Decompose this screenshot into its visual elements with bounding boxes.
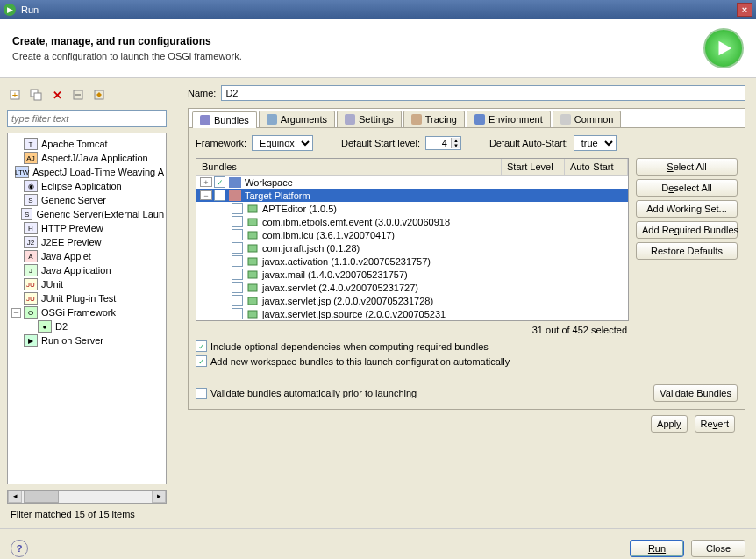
bundle-check[interactable] [232,269,243,280]
run-server-icon: ▶ [24,334,38,347]
col-auto-start[interactable]: Auto-Start [565,159,628,175]
tree-item-selected[interactable]: D2 [55,321,68,332]
plugin-icon [246,309,259,319]
tab-arguments[interactable]: Arguments [259,111,335,127]
tree-item[interactable]: HTTP Preview [41,223,103,233]
default-auto-select[interactable]: true [574,135,617,151]
tree-item[interactable]: Eclipse Application [41,181,122,191]
run-large-icon [703,28,744,68]
filter-input[interactable] [11,113,162,124]
check-add-new[interactable]: ✓ [196,355,207,367]
add-required-button[interactable]: Add Required Bundles [636,221,738,239]
default-start-spinner[interactable]: ▲▼ [425,136,461,150]
add-working-set-button[interactable]: Add Working Set... [636,200,738,218]
tree-item[interactable]: AspectJ Load-Time Weaving A [32,167,164,177]
tab-tracing[interactable]: Tracing [403,111,465,127]
config-tree[interactable]: TApache Tomcat AJAspectJ/Java Applicatio… [7,133,167,484]
label-validate: Validate bundles automatically prior to … [210,388,417,398]
label-include-optional: Include optional dependencies when compu… [210,341,489,352]
tree-item[interactable]: JUnit Plug-in Test [41,293,116,304]
default-start-input[interactable] [426,137,451,149]
bundle-row[interactable]: javax.activation (1.1.0.v200705231757) [262,256,431,267]
delete-config-button[interactable]: ✕ [49,87,65,103]
framework-select[interactable]: Equinox [252,135,313,151]
close-button[interactable]: Close [691,540,745,557]
expand-workspace[interactable]: + [200,177,212,187]
bundle-row[interactable]: APTEditor (1.0.5) [262,204,337,214]
tab-settings[interactable]: Settings [337,111,402,127]
run-button[interactable]: Run [630,540,684,557]
filter-button[interactable] [91,87,107,103]
bundles-table[interactable]: Bundles Start Level Auto-Start +✓Workspa… [196,158,629,321]
check-workspace[interactable]: ✓ [214,176,225,188]
tree-item[interactable]: OSGi Framework [41,307,116,318]
scroll-thumb[interactable] [24,491,59,503]
bundle-row[interactable]: javax.servlet.jsp (2.0.0.v200705231728) [262,296,433,306]
java-icon: J [24,264,38,276]
tree-item[interactable]: AspectJ/Java Application [41,153,148,163]
apply-button[interactable]: Apply [651,415,688,433]
tree-item[interactable]: Run on Server [41,335,103,346]
horizontal-scrollbar[interactable]: ◂ ▸ [7,490,167,504]
svg-rect-11 [248,205,257,212]
help-button[interactable]: ? [11,540,28,557]
new-config-button[interactable]: + [7,87,23,103]
duplicate-config-button[interactable] [28,87,44,103]
server-icon: S [24,194,38,206]
svg-rect-14 [248,245,257,252]
tracing-icon [411,114,422,125]
tree-item[interactable]: Java Applet [41,251,91,262]
bundle-row[interactable]: com.ibm.etools.emf.event (3.0.0.v2006091… [262,217,450,227]
http-icon: H [24,222,38,234]
bundle-check[interactable] [232,255,243,267]
bundle-check[interactable] [232,282,243,293]
default-auto-label: Default Auto-Start: [489,138,568,148]
bundle-check[interactable] [232,308,243,319]
col-bundles[interactable]: Bundles [196,159,502,175]
select-all-button[interactable]: Select All [636,158,738,176]
check-validate[interactable] [196,388,207,399]
svg-rect-12 [248,219,257,226]
expand-toggle[interactable]: − [11,308,21,318]
bundle-check[interactable] [232,216,243,227]
spinner-down[interactable]: ▼ [451,143,460,148]
selection-count: 31 out of 452 selected [196,321,629,339]
validate-bundles-button[interactable]: Validate Bundles [653,384,738,402]
tree-item[interactable]: Java Application [41,265,111,276]
bundle-row[interactable]: com.ibm.icu (3.6.1.v20070417) [262,230,395,240]
tab-environment[interactable]: Environment [467,111,551,127]
col-start-level[interactable]: Start Level [502,159,565,175]
plugin-icon [246,217,259,227]
restore-defaults-button[interactable]: Restore Defaults [636,242,738,260]
bundle-check[interactable] [232,203,243,214]
bundle-row[interactable]: javax.servlet (2.4.0.v200705231727) [262,283,418,293]
deselect-all-button[interactable]: Deselect All [636,179,738,197]
bundle-check[interactable] [232,242,243,254]
bundle-row[interactable]: javax.mail (1.4.0.v200705231757) [262,269,408,280]
scroll-right[interactable]: ▸ [152,491,166,503]
group-target[interactable]: Target Platform [245,190,310,201]
window-close-button[interactable]: × [737,3,752,17]
bundle-check[interactable] [232,229,243,240]
tree-item[interactable]: Generic Server [41,195,106,205]
check-target[interactable] [214,190,225,201]
svg-rect-19 [248,311,257,318]
tree-item[interactable]: Apache Tomcat [41,139,108,149]
tab-common[interactable]: Common [553,111,622,127]
check-include-optional[interactable]: ✓ [196,340,207,352]
expand-target[interactable]: − [200,190,212,200]
collapse-all-button[interactable] [70,87,86,103]
bundle-row[interactable]: com.jcraft.jsch (0.1.28) [262,243,360,254]
bundle-check[interactable] [232,295,243,306]
tree-item[interactable]: J2EE Preview [41,237,101,247]
scroll-left[interactable]: ◂ [8,491,22,503]
revert-button[interactable]: Revert [695,415,735,433]
group-workspace[interactable]: Workspace [245,177,293,188]
tree-item[interactable]: Generic Server(External Laun [36,209,164,219]
tree-item[interactable]: JUnit [41,279,63,290]
filter-box[interactable] [7,110,167,127]
svg-rect-15 [248,258,257,265]
tab-bundles[interactable]: Bundles [192,111,257,128]
bundle-row[interactable]: javax.servlet.jsp.source (2.0.0.v2007052… [262,309,446,319]
name-input[interactable] [221,85,745,101]
